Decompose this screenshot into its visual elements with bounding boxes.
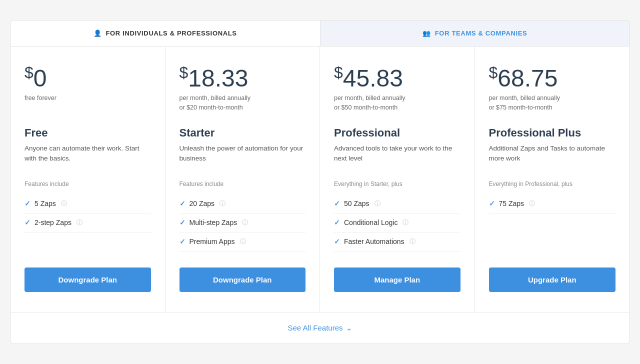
downgrade-button-starter[interactable]: Downgrade Plan [180,268,306,292]
price-sub-professional: per month, billed annually or $50 month-… [334,94,460,112]
list-item: ✓ 75 Zaps ⓘ [489,194,616,214]
price-professional-plus: $68.75 [489,64,616,90]
tab-individuals-label: FOR INDIVIDUALS & PROFESSIONALS [106,30,237,37]
group-icon: 👥 [422,30,431,37]
help-icon[interactable]: ⓘ [402,218,408,227]
plan-name-free: Free [24,126,151,140]
check-icon: ✓ [334,218,340,226]
see-features-bar: See All Features ⌄ [10,312,630,344]
dollar-sign-professional: $ [334,64,343,82]
feature-text: Faster Automations [344,238,404,246]
feature-text: 50 Zaps [344,200,370,208]
check-icon: ✓ [489,200,495,208]
price-starter: $18.33 [180,64,306,90]
list-item: ✓ Premium Apps ⓘ [180,232,306,252]
check-icon: ✓ [180,238,186,246]
plan-desc-free: Anyone can automate their work. Start wi… [24,144,151,170]
dollar-sign-free: $ [24,64,34,82]
price-sub-starter: per month, billed annually or $20 month-… [180,94,306,112]
plans-grid: $0free foreverFreeAnyone can automate th… [10,46,630,312]
plan-col-starter: $18.33per month, billed annually or $20 … [166,46,320,312]
tab-teams-label: FOR TEAMS & COMPANIES [435,30,528,37]
feature-list-professional: ✓ 50 Zaps ⓘ ✓ Conditional Logic ⓘ ✓ Fast… [334,194,460,252]
manage-button-professional[interactable]: Manage Plan [334,268,460,292]
plan-desc-professional-plus: Additional Zaps and Tasks to automate mo… [489,144,616,170]
check-icon: ✓ [334,238,340,246]
feature-text: Premium Apps [190,238,235,246]
feature-text: 2-step Zaps [34,218,72,226]
list-item: ✓ 2-step Zaps ⓘ [24,214,151,232]
check-icon: ✓ [24,200,30,208]
upgrade-button-professional-plus[interactable]: Upgrade Plan [489,268,616,292]
feature-list-free: ✓ 5 Zaps ⓘ ✓ 2-step Zaps ⓘ [24,194,151,252]
list-item: ✓ Faster Automations ⓘ [334,232,460,252]
list-item: ✓ 20 Zaps ⓘ [180,194,306,214]
list-item: ✓ 5 Zaps ⓘ [24,194,151,214]
check-icon: ✓ [180,218,186,226]
person-icon: 👤 [94,30,102,37]
plan-tabs: 👤 FOR INDIVIDUALS & PROFESSIONALS 👥 FOR … [10,20,630,46]
see-all-features-link[interactable]: See All Features ⌄ [288,324,352,332]
feature-list-starter: ✓ 20 Zaps ⓘ ✓ Multi-step Zaps ⓘ ✓ Premiu… [180,194,306,252]
list-item: ✓ Multi-step Zaps ⓘ [180,214,306,232]
help-icon[interactable]: ⓘ [529,200,535,208]
plan-desc-starter: Unleash the power of automation for your… [180,144,306,170]
help-icon[interactable]: ⓘ [410,238,416,246]
check-icon: ✓ [180,200,186,208]
feature-list-professional-plus: ✓ 75 Zaps ⓘ [489,194,616,252]
features-label-starter: Features include [180,180,306,188]
check-icon: ✓ [24,218,30,226]
feature-text: Conditional Logic [344,218,398,226]
price-professional: $45.83 [334,64,460,90]
downgrade-button-free[interactable]: Downgrade Plan [24,268,151,292]
feature-text: 5 Zaps [34,200,56,208]
price-sub-free: free forever [24,94,151,112]
plan-name-professional: Professional [334,126,460,140]
feature-text: Multi-step Zaps [190,218,238,226]
check-icon: ✓ [334,200,340,208]
feature-text: 20 Zaps [190,200,215,208]
feature-text: 75 Zaps [499,200,524,208]
chevron-down-icon: ⌄ [346,324,352,332]
help-icon[interactable]: ⓘ [374,200,380,208]
help-icon[interactable]: ⓘ [220,200,226,208]
dollar-sign-starter: $ [180,64,188,82]
dollar-sign-professional-plus: $ [489,64,498,82]
price-free: $0 [24,64,151,90]
list-item: ✓ Conditional Logic ⓘ [334,214,460,232]
plan-col-professional: $45.83per month, billed annually or $50 … [320,46,475,312]
pricing-container: 👤 FOR INDIVIDUALS & PROFESSIONALS 👥 FOR … [10,20,630,344]
tab-individuals[interactable]: 👤 FOR INDIVIDUALS & PROFESSIONALS [10,20,320,46]
help-icon[interactable]: ⓘ [240,238,246,246]
plan-col-professional-plus: $68.75per month, billed annually or $75 … [475,46,630,312]
help-icon[interactable]: ⓘ [76,218,82,227]
plan-name-starter: Starter [180,126,306,140]
features-label-free: Features include [24,180,151,188]
features-label-professional-plus: Everything in Professional, plus [489,180,616,188]
see-all-features-label: See All Features [288,324,342,332]
help-icon[interactable]: ⓘ [242,218,248,227]
help-icon[interactable]: ⓘ [61,200,67,208]
plan-col-free: $0free foreverFreeAnyone can automate th… [10,46,166,312]
tab-teams[interactable]: 👥 FOR TEAMS & COMPANIES [320,20,630,46]
price-sub-professional-plus: per month, billed annually or $75 month-… [489,94,616,112]
features-label-professional: Everything in Starter, plus [334,180,460,188]
list-item: ✓ 50 Zaps ⓘ [334,194,460,214]
plan-desc-professional: Advanced tools to take your work to the … [334,144,460,170]
plan-name-professional-plus: Professional Plus [489,126,616,140]
